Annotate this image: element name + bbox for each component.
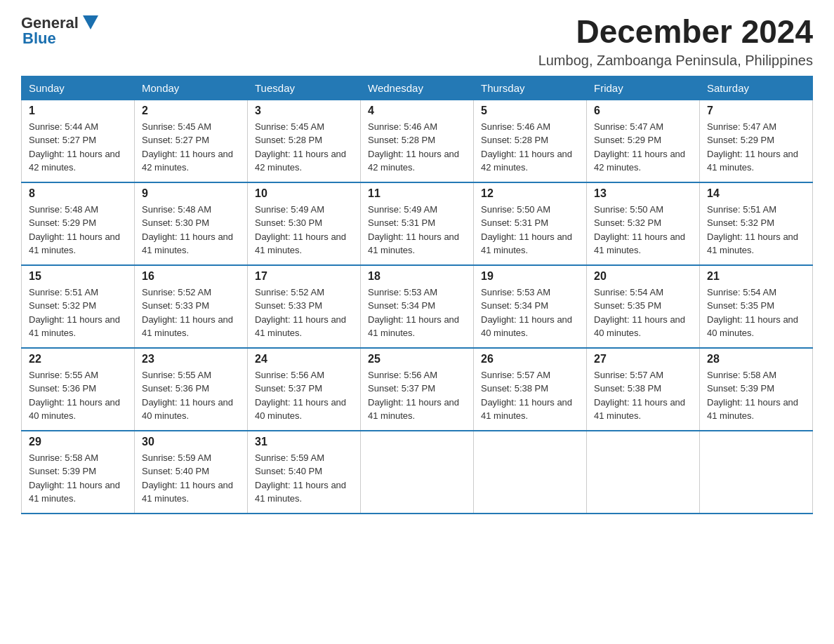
sunrise-label: Sunrise: 5:46 AM — [368, 121, 437, 132]
calendar-cell: 20 Sunrise: 5:54 AM Sunset: 5:35 PM Dayl… — [587, 265, 700, 348]
day-number: 16 — [142, 270, 240, 283]
calendar-cell: 9 Sunrise: 5:48 AM Sunset: 5:30 PM Dayli… — [135, 182, 248, 265]
logo-blue-text: Blue — [21, 29, 56, 48]
calendar-cell: 14 Sunrise: 5:51 AM Sunset: 5:32 PM Dayl… — [700, 182, 813, 265]
week-row-2: 8 Sunrise: 5:48 AM Sunset: 5:29 PM Dayli… — [22, 182, 813, 265]
calendar-subtitle: Lumbog, Zamboanga Peninsula, Philippines — [538, 53, 813, 69]
day-number: 3 — [255, 105, 353, 117]
day-number: 17 — [255, 270, 353, 283]
sunset-label: Sunset: 5:28 PM — [368, 135, 435, 145]
sunrise-label: Sunrise: 5:45 AM — [255, 121, 324, 132]
sunset-label: Sunset: 5:37 PM — [255, 383, 322, 394]
sunset-label: Sunset: 5:35 PM — [707, 300, 774, 311]
daylight-label: Daylight: 11 hours and 40 minutes. — [594, 314, 685, 339]
daylight-label: Daylight: 11 hours and 41 minutes. — [481, 232, 572, 256]
sunset-label: Sunset: 5:33 PM — [142, 300, 209, 311]
sunrise-label: Sunrise: 5:55 AM — [29, 370, 98, 380]
weekday-header-wednesday: Wednesday — [361, 76, 474, 100]
daylight-label: Daylight: 11 hours and 41 minutes. — [594, 232, 685, 256]
calendar-cell: 26 Sunrise: 5:57 AM Sunset: 5:38 PM Dayl… — [474, 348, 587, 431]
day-number: 21 — [707, 270, 805, 283]
day-number: 1 — [29, 105, 127, 117]
daylight-label: Daylight: 11 hours and 41 minutes. — [142, 232, 233, 256]
calendar-cell: 27 Sunrise: 5:57 AM Sunset: 5:38 PM Dayl… — [587, 348, 700, 431]
day-number: 19 — [481, 270, 579, 283]
calendar-cell — [361, 431, 474, 514]
daylight-label: Daylight: 11 hours and 41 minutes. — [255, 480, 346, 504]
sunset-label: Sunset: 5:39 PM — [707, 383, 774, 394]
sunset-label: Sunset: 5:29 PM — [29, 217, 96, 228]
daylight-label: Daylight: 11 hours and 42 minutes. — [255, 149, 346, 173]
day-number: 30 — [142, 436, 240, 448]
calendar-cell: 15 Sunrise: 5:51 AM Sunset: 5:32 PM Dayl… — [22, 265, 135, 348]
calendar-cell: 11 Sunrise: 5:49 AM Sunset: 5:31 PM Dayl… — [361, 182, 474, 265]
day-info: Sunrise: 5:50 AM Sunset: 5:32 PM Dayligh… — [594, 203, 692, 257]
daylight-label: Daylight: 11 hours and 40 minutes. — [142, 397, 233, 422]
day-info: Sunrise: 5:47 AM Sunset: 5:29 PM Dayligh… — [707, 120, 805, 175]
calendar-cell: 1 Sunrise: 5:44 AM Sunset: 5:27 PM Dayli… — [22, 100, 135, 182]
daylight-label: Daylight: 11 hours and 42 minutes. — [594, 149, 685, 173]
day-info: Sunrise: 5:44 AM Sunset: 5:27 PM Dayligh… — [29, 120, 127, 175]
day-number: 27 — [594, 353, 692, 365]
calendar-cell — [474, 431, 587, 514]
week-row-1: 1 Sunrise: 5:44 AM Sunset: 5:27 PM Dayli… — [22, 100, 813, 182]
sunrise-label: Sunrise: 5:53 AM — [368, 287, 437, 297]
weekday-header-saturday: Saturday — [700, 76, 813, 100]
sunrise-label: Sunrise: 5:53 AM — [481, 287, 550, 297]
daylight-label: Daylight: 11 hours and 41 minutes. — [707, 149, 798, 173]
daylight-label: Daylight: 11 hours and 41 minutes. — [142, 480, 233, 504]
day-info: Sunrise: 5:48 AM Sunset: 5:29 PM Dayligh… — [29, 203, 127, 257]
calendar-cell: 21 Sunrise: 5:54 AM Sunset: 5:35 PM Dayl… — [700, 265, 813, 348]
day-number: 18 — [368, 270, 466, 283]
daylight-label: Daylight: 11 hours and 42 minutes. — [481, 149, 572, 173]
sunset-label: Sunset: 5:36 PM — [29, 383, 96, 394]
day-number: 25 — [368, 353, 466, 365]
sunrise-label: Sunrise: 5:58 AM — [707, 370, 776, 380]
day-number: 9 — [142, 187, 240, 200]
logo: General Blue — [21, 14, 98, 48]
sunrise-label: Sunrise: 5:52 AM — [142, 287, 211, 297]
sunset-label: Sunset: 5:36 PM — [142, 383, 209, 394]
daylight-label: Daylight: 11 hours and 42 minutes. — [29, 149, 120, 173]
sunrise-label: Sunrise: 5:49 AM — [255, 204, 324, 215]
sunset-label: Sunset: 5:40 PM — [142, 466, 209, 476]
calendar-cell: 2 Sunrise: 5:45 AM Sunset: 5:27 PM Dayli… — [135, 100, 248, 182]
day-number: 6 — [594, 105, 692, 117]
day-info: Sunrise: 5:48 AM Sunset: 5:30 PM Dayligh… — [142, 203, 240, 257]
day-info: Sunrise: 5:45 AM Sunset: 5:27 PM Dayligh… — [142, 120, 240, 175]
sunset-label: Sunset: 5:27 PM — [29, 135, 96, 145]
sunrise-label: Sunrise: 5:48 AM — [142, 204, 211, 215]
sunrise-label: Sunrise: 5:52 AM — [255, 287, 324, 297]
calendar-cell: 28 Sunrise: 5:58 AM Sunset: 5:39 PM Dayl… — [700, 348, 813, 431]
calendar-cell: 10 Sunrise: 5:49 AM Sunset: 5:30 PM Dayl… — [248, 182, 361, 265]
sunrise-label: Sunrise: 5:45 AM — [142, 121, 211, 132]
calendar-cell: 7 Sunrise: 5:47 AM Sunset: 5:29 PM Dayli… — [700, 100, 813, 182]
calendar-cell: 5 Sunrise: 5:46 AM Sunset: 5:28 PM Dayli… — [474, 100, 587, 182]
weekday-header-thursday: Thursday — [474, 76, 587, 100]
day-number: 10 — [255, 187, 353, 200]
calendar-cell: 3 Sunrise: 5:45 AM Sunset: 5:28 PM Dayli… — [248, 100, 361, 182]
day-number: 29 — [29, 436, 127, 448]
daylight-label: Daylight: 11 hours and 40 minutes. — [29, 397, 120, 422]
sunset-label: Sunset: 5:29 PM — [594, 135, 661, 145]
sunrise-label: Sunrise: 5:47 AM — [707, 121, 776, 132]
day-number: 23 — [142, 353, 240, 365]
daylight-label: Daylight: 11 hours and 41 minutes. — [255, 232, 346, 256]
sunset-label: Sunset: 5:39 PM — [29, 466, 96, 476]
calendar-cell — [587, 431, 700, 514]
sunset-label: Sunset: 5:27 PM — [142, 135, 209, 145]
calendar-cell — [700, 431, 813, 514]
sunrise-label: Sunrise: 5:51 AM — [29, 287, 98, 297]
day-info: Sunrise: 5:47 AM Sunset: 5:29 PM Dayligh… — [594, 120, 692, 175]
day-info: Sunrise: 5:52 AM Sunset: 5:33 PM Dayligh… — [142, 286, 240, 340]
day-info: Sunrise: 5:51 AM Sunset: 5:32 PM Dayligh… — [29, 286, 127, 340]
day-info: Sunrise: 5:57 AM Sunset: 5:38 PM Dayligh… — [594, 368, 692, 423]
daylight-label: Daylight: 11 hours and 41 minutes. — [255, 314, 346, 339]
sunset-label: Sunset: 5:28 PM — [481, 135, 548, 145]
sunset-label: Sunset: 5:29 PM — [707, 135, 774, 145]
daylight-label: Daylight: 11 hours and 41 minutes. — [368, 314, 459, 339]
sunset-label: Sunset: 5:37 PM — [368, 383, 435, 394]
calendar-cell: 29 Sunrise: 5:58 AM Sunset: 5:39 PM Dayl… — [22, 431, 135, 514]
calendar-title: December 2024 — [538, 14, 813, 50]
logo-icon — [83, 15, 98, 31]
